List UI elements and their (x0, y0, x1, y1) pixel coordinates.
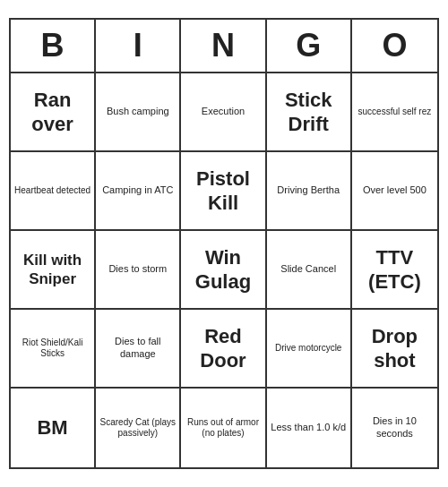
bingo-header: BINGO (11, 20, 437, 73)
bingo-letter-i: I (96, 20, 181, 72)
bingo-cell-14: TTV (ETC) (352, 231, 437, 310)
bingo-card: BINGO Ran overBush campingExecutionStick… (9, 18, 439, 469)
bingo-cell-0: Ran over (11, 73, 96, 152)
bingo-cell-2: Execution (181, 73, 266, 152)
bingo-cell-1: Bush camping (96, 73, 181, 152)
bingo-cell-5: Heartbeat detected (11, 152, 96, 231)
bingo-cell-4: successful self rez (352, 73, 437, 152)
bingo-cell-20: BM (11, 389, 96, 467)
bingo-cell-12: Win Gulag (181, 231, 266, 310)
bingo-letter-n: N (181, 20, 266, 72)
bingo-cell-8: Driving Bertha (267, 152, 352, 231)
bingo-grid: Ran overBush campingExecutionStick Drift… (11, 73, 437, 467)
bingo-cell-22: Runs out of armor (no plates) (181, 389, 266, 467)
bingo-cell-10: Kill with Sniper (11, 231, 96, 310)
bingo-cell-23: Less than 1.0 k/d (267, 389, 352, 467)
bingo-cell-15: Riot Shield/Kali Sticks (11, 310, 96, 389)
bingo-cell-18: Drive motorcycle (267, 310, 352, 389)
bingo-cell-6: Camping in ATC (96, 152, 181, 231)
bingo-cell-9: Over level 500 (352, 152, 437, 231)
bingo-cell-17: Red Door (181, 310, 266, 389)
bingo-letter-g: G (267, 20, 352, 72)
bingo-letter-o: O (352, 20, 437, 72)
bingo-letter-b: B (11, 20, 96, 72)
bingo-cell-19: Drop shot (352, 310, 437, 389)
bingo-cell-16: Dies to fall damage (96, 310, 181, 389)
bingo-cell-7: Pistol Kill (181, 152, 266, 231)
bingo-cell-21: Scaredy Cat (plays passively) (96, 389, 181, 467)
bingo-cell-11: Dies to storm (96, 231, 181, 310)
bingo-cell-24: Dies in 10 seconds (352, 389, 437, 467)
bingo-cell-3: Stick Drift (267, 73, 352, 152)
bingo-cell-13: Slide Cancel (267, 231, 352, 310)
